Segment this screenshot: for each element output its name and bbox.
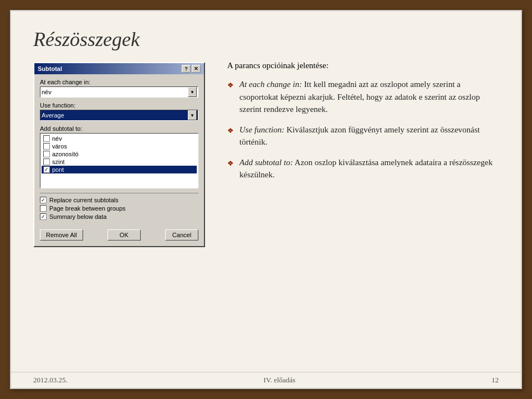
use-function-value: Average [42, 112, 188, 119]
bullet-diamond-icon: ❖ [227, 125, 234, 149]
at-each-label: At each change in: [40, 79, 198, 85]
at-each-arrow[interactable]: ▼ [188, 87, 197, 97]
left-panel: Részösszegek Subtotal ? ✕ At each change… [33, 28, 211, 361]
description-intro: A parancs opcióinak jelentése: [227, 61, 499, 70]
add-subtotal-label: Add subtotal to: [40, 125, 198, 132]
replace-option-row: ✓ Replace current subtotals [40, 197, 198, 203]
list-item-label: pont [52, 166, 64, 173]
bullet-term: Use function: [239, 125, 284, 134]
list-checkbox[interactable] [43, 135, 50, 142]
list-item-label: azonosító [52, 151, 79, 157]
use-function-arrow[interactable]: ▼ [188, 110, 197, 120]
bullet-item: ❖Add subtotal to: Azon oszlop kiválasztá… [227, 156, 499, 181]
list-checkbox[interactable]: ✓ [43, 166, 50, 173]
dialog-titlebar: Subtotal ? ✕ [34, 63, 204, 74]
summary-option-row: ✓ Summary below data [40, 213, 198, 220]
dialog-footer: Remove All OK Cancel [34, 226, 204, 246]
add-subtotal-group: Add subtotal to: névvárosazonosítószint✓… [40, 125, 198, 188]
list-item-label: szint [52, 158, 65, 165]
slide: Részösszegek Subtotal ? ✕ At each change… [10, 10, 522, 389]
dialog-help-button[interactable]: ? [182, 65, 191, 73]
remove-all-button[interactable]: Remove All [40, 229, 83, 241]
bullet-diamond-icon: ❖ [227, 80, 234, 116]
use-function-group: Use function: Average ▼ [40, 102, 198, 121]
ok-button[interactable]: OK [108, 229, 141, 241]
pagebreak-checkbox[interactable] [40, 205, 47, 212]
list-item[interactable]: ✓pont [42, 166, 197, 173]
use-function-combo[interactable]: Average ▼ [40, 110, 198, 121]
footer-date: 2012.03.25. [33, 376, 68, 385]
dialog-title: Subtotal [38, 65, 62, 72]
list-item[interactable]: város [42, 142, 197, 150]
bullet-term: Add subtotal to: [239, 158, 293, 167]
slide-content: Részösszegek Subtotal ? ✕ At each change… [11, 11, 521, 372]
bullet-text: Use function: Kiválasztjuk azon függvény… [239, 124, 499, 149]
bullet-term: At each change in: [239, 80, 302, 89]
list-item-label: város [52, 143, 67, 150]
replace-label: Replace current subtotals [49, 197, 119, 203]
at-each-group: At each change in: név ▼ [40, 79, 198, 98]
list-item-label: név [52, 135, 62, 142]
bullet-text: At each change in: Itt kell megadni azt … [239, 78, 499, 116]
bullet-diamond-icon: ❖ [227, 158, 234, 181]
list-item[interactable]: azonosító [42, 150, 197, 158]
separator [40, 193, 198, 193]
dialog-title-buttons: ? ✕ [182, 65, 201, 73]
bullet-item: ❖At each change in: Itt kell megadni azt… [227, 78, 499, 116]
list-checkbox[interactable] [43, 143, 50, 150]
list-checkbox[interactable] [43, 158, 50, 165]
summary-checkbox[interactable]: ✓ [40, 213, 47, 220]
bullet-list: ❖At each change in: Itt kell megadni azt… [227, 78, 499, 181]
at-each-value: név [42, 89, 188, 95]
bullet-text: Add subtotal to: Azon oszlop kiválasztás… [239, 156, 499, 181]
right-panel: A parancs opcióinak jelentése: ❖At each … [227, 28, 499, 361]
bullet-item: ❖Use function: Kiválasztjuk azon függvén… [227, 124, 499, 149]
dialog-body: At each change in: név ▼ Use function: A… [34, 74, 204, 226]
pagebreak-label: Page break between groups [49, 205, 126, 212]
list-item[interactable]: szint [42, 158, 197, 166]
cancel-button[interactable]: Cancel [165, 229, 198, 241]
list-item[interactable]: név [42, 135, 197, 142]
footer-page: 12 [492, 376, 499, 385]
slide-footer: 2012.03.25. IV. előadás 12 [11, 372, 521, 388]
options-section: ✓ Replace current subtotals Page break b… [40, 197, 198, 220]
dialog-close-button[interactable]: ✕ [192, 65, 201, 73]
replace-checkbox[interactable]: ✓ [40, 197, 47, 203]
subtotal-listbox[interactable]: névvárosazonosítószint✓pont [40, 133, 198, 188]
list-checkbox[interactable] [43, 151, 50, 157]
footer-lecture: IV. előadás [264, 376, 296, 385]
pagebreak-option-row: Page break between groups [40, 205, 198, 212]
summary-label: Summary below data [49, 213, 106, 220]
at-each-combo[interactable]: név ▼ [40, 86, 198, 98]
dialog-box: Subtotal ? ✕ At each change in: név ▼ [33, 62, 205, 247]
slide-title: Részösszegek [33, 28, 211, 51]
use-function-label: Use function: [40, 102, 198, 109]
